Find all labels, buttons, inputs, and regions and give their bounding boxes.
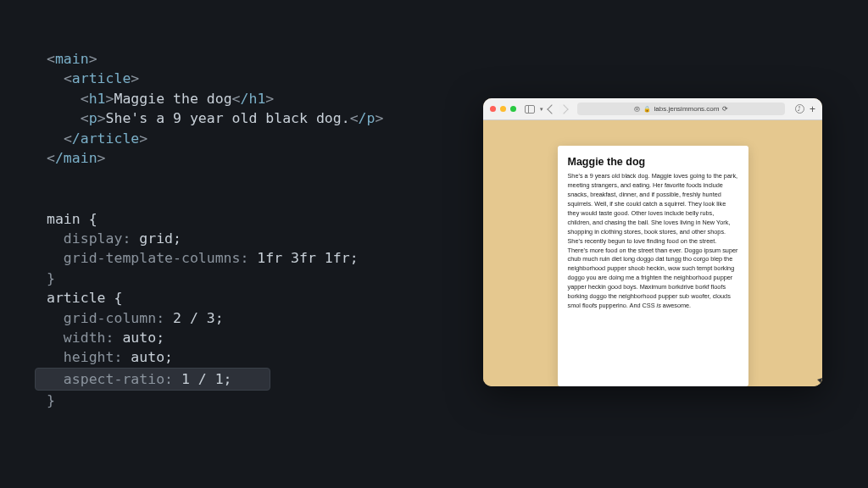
url-text: labs.jensimmons.com	[654, 105, 720, 113]
back-icon[interactable]	[547, 104, 556, 114]
maximize-window-icon[interactable]	[510, 106, 516, 112]
article-card: Maggie the dog She's a 9 years old black…	[558, 146, 748, 386]
code-editor: <main> <article> <h1>Maggie the dog</h1>…	[0, 0, 458, 488]
html-code-block: <main> <article> <h1>Maggie the dog</h1>…	[47, 49, 458, 169]
sidebar-toggle-icon[interactable]	[525, 105, 535, 114]
chevron-down-icon[interactable]: ▾	[540, 106, 543, 113]
resize-handle-icon[interactable]: ▶	[815, 376, 822, 385]
new-tab-icon[interactable]: +	[810, 103, 815, 115]
lock-icon: 🔒	[643, 106, 651, 113]
reload-icon[interactable]: ⟳	[722, 105, 728, 113]
article-title: Maggie the dog	[568, 156, 738, 168]
browser-window: ▾ ◎ 🔒 labs.jensimmons.com ⟳ ⤴ + Maggie t…	[483, 98, 822, 386]
article-body: She's a 9 years old black dog. Maggie lo…	[568, 172, 738, 311]
url-bar[interactable]: ◎ 🔒 labs.jensimmons.com ⟳	[577, 103, 785, 115]
share-icon[interactable]: ⤴	[795, 104, 804, 114]
forward-icon[interactable]	[559, 104, 568, 114]
browser-toolbar: ▾ ◎ 🔒 labs.jensimmons.com ⟳ ⤴ +	[483, 98, 822, 120]
traffic-lights[interactable]	[490, 106, 516, 112]
shield-icon: ◎	[634, 105, 640, 113]
highlighted-css-line: aspect-ratio: 1 / 1;	[35, 368, 270, 391]
page-viewport: Maggie the dog She's a 9 years old black…	[483, 120, 822, 386]
minimize-window-icon[interactable]	[500, 106, 506, 112]
close-window-icon[interactable]	[490, 106, 496, 112]
css-code-block: main { display: grid; grid-template-colu…	[47, 209, 458, 411]
